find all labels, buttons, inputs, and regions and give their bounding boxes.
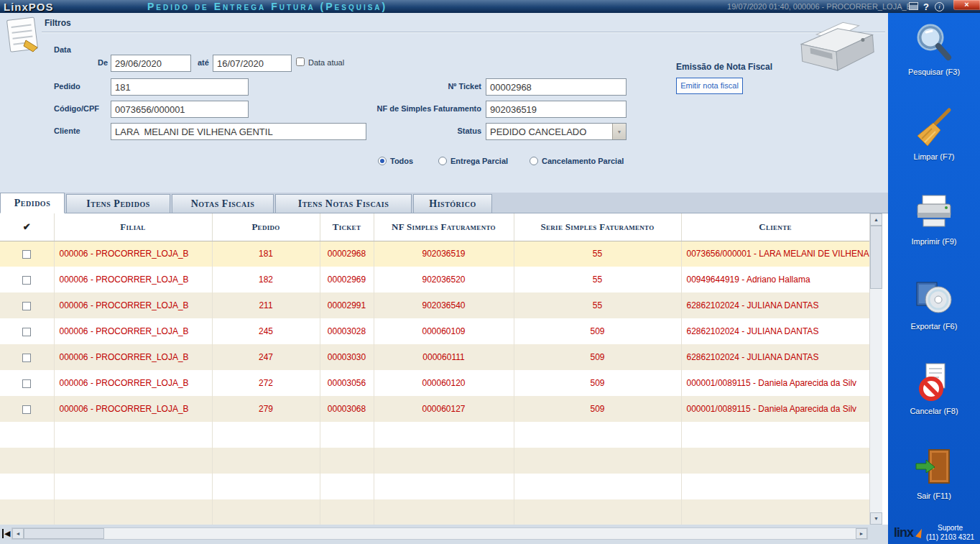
radio-cancelamento-parcial-label: Cancelamento Parcial: [542, 157, 624, 165]
row-checkbox[interactable]: [22, 276, 31, 285]
cell-nf: 000060111: [374, 344, 514, 370]
tab-historico[interactable]: Histórico: [413, 194, 492, 213]
cell-cliente: 62862102024 - JULIANA DANTAS: [681, 344, 869, 370]
column-header-filial[interactable]: Filial: [54, 213, 212, 241]
info-icon-glyph: i: [938, 3, 940, 10]
scroll-up-icon[interactable]: ▲: [870, 213, 882, 226]
row-checkbox[interactable]: [22, 405, 31, 414]
cell-filial: [54, 499, 212, 525]
row-checkbox[interactable]: [22, 354, 31, 362]
tab-strip: Pedidos Itens Pedidos Notas Fiscais Iten…: [0, 193, 888, 213]
tab-itens-pedidos[interactable]: Itens Pedidos: [66, 194, 170, 213]
linxpos-logo: LinxPOS: [0, 1, 108, 13]
radio-cancelamento-parcial[interactable]: [530, 157, 538, 165]
limpar-label: Limpar (F7): [914, 152, 955, 161]
sair-label: Sair (F11): [917, 492, 951, 500]
column-header-serie[interactable]: Serie Simples Faturamento: [514, 213, 681, 241]
codigo-cpf-input[interactable]: [111, 101, 249, 118]
cliente-input[interactable]: [111, 123, 366, 140]
scroll-down-icon[interactable]: ▼: [870, 512, 882, 525]
cancelar-button[interactable]: Cancelar (F8): [888, 352, 980, 437]
cell-serie: [514, 448, 681, 474]
date-to-input[interactable]: [213, 55, 292, 72]
vertical-scrollbar[interactable]: ▲ ▼: [869, 213, 882, 525]
cell-filial: [54, 422, 212, 448]
cell-filial: 000006 - PROCORRER_LOJA_B: [54, 370, 212, 396]
cell-nf: 902036519: [374, 241, 514, 267]
filters-divider: [42, 32, 885, 33]
cancelar-label: Cancelar (F8): [910, 407, 958, 415]
table-row[interactable]: 000006 - PROCORRER_LOJA_B272000030560000…: [0, 370, 869, 396]
empty-row: [0, 499, 869, 525]
row-checkbox[interactable]: [22, 328, 31, 336]
ticket-input[interactable]: [486, 78, 627, 96]
first-record-icon[interactable]: ◀: [2, 529, 10, 538]
limpar-button[interactable]: Limpar (F7): [888, 98, 980, 183]
radio-todos[interactable]: [378, 157, 387, 165]
row-checkbox[interactable]: [22, 302, 31, 310]
tab-itens-notas-fiscais[interactable]: Itens Notas Fiscais: [275, 194, 412, 213]
filters-panel: Filtros Data De até Data atual Pedido Có…: [0, 13, 888, 193]
window-restore-icon[interactable]: [909, 2, 918, 10]
horizontal-scrollbar-thumb[interactable]: [24, 528, 104, 539]
scroll-right-icon[interactable]: ►: [856, 528, 867, 539]
column-header-cliente[interactable]: Cliente: [681, 213, 869, 241]
cell-serie: [514, 422, 681, 448]
ticket-label: Nº Ticket: [388, 82, 481, 91]
results-grid: ✔ Filial Pedido Ticket NF Simples Fatura…: [0, 213, 888, 525]
table-row[interactable]: 000006 - PROCORRER_LOJA_B279000030680000…: [0, 396, 869, 422]
table-row[interactable]: 000006 - PROCORRER_LOJA_B247000030300000…: [0, 344, 869, 370]
status-value: PEDIDO CANCELADO: [486, 124, 612, 139]
cell-serie: 509: [514, 344, 681, 370]
info-icon[interactable]: i: [935, 2, 944, 11]
exportar-button[interactable]: Exportar (F6): [888, 267, 980, 352]
tab-pedidos[interactable]: Pedidos: [0, 193, 65, 213]
note-icon: [4, 14, 42, 55]
status-dropdown[interactable]: PEDIDO CANCELADO ▼: [486, 123, 627, 140]
cell-filial: 000006 - PROCORRER_LOJA_B: [54, 267, 212, 292]
cell-nf: 902036520: [374, 267, 514, 292]
cell-filial: [54, 474, 212, 499]
imprimir-button[interactable]: Imprimir (F9): [888, 183, 980, 267]
cell-filial: 000006 - PROCORRER_LOJA_B: [54, 396, 212, 422]
column-header-pedido[interactable]: Pedido: [212, 213, 320, 241]
cell-cliente: [681, 474, 869, 499]
help-icon[interactable]: ?: [923, 1, 929, 12]
horizontal-scrollbar-track[interactable]: [104, 528, 856, 539]
cell-filial: [54, 448, 212, 474]
cell-filial: 000006 - PROCORRER_LOJA_B: [54, 318, 212, 344]
pedido-label: Pedido: [54, 82, 80, 91]
vertical-scrollbar-thumb[interactable]: [870, 226, 882, 289]
column-header-check[interactable]: ✔: [0, 213, 54, 241]
scroll-left-icon[interactable]: ◄: [12, 528, 24, 539]
nf-simples-input[interactable]: [486, 101, 627, 118]
radio-entrega-parcial[interactable]: [438, 157, 447, 165]
cell-nf: [374, 474, 514, 499]
tab-notas-fiscais[interactable]: Notas Fiscais: [172, 194, 274, 213]
cell-pedido: 211: [212, 292, 320, 318]
export-cd-icon: [913, 277, 955, 318]
cell-cliente: 000001/0089115 - Daniela Aparecida da Si…: [681, 396, 869, 422]
pesquisar-button[interactable]: Pesquisar (F3): [888, 13, 980, 98]
sair-button[interactable]: Sair (F11): [888, 437, 980, 522]
column-header-ticket[interactable]: Ticket: [320, 213, 374, 241]
pedido-input[interactable]: [111, 78, 249, 96]
emitir-nota-fiscal-button[interactable]: Emitir nota fiscal: [676, 78, 743, 94]
cell-pedido: 181: [212, 241, 320, 267]
horizontal-scrollbar[interactable]: ◄ ►: [11, 527, 868, 540]
chevron-down-icon[interactable]: ▼: [612, 124, 626, 139]
titlebar: LinxPOS Pedido de Entrega Futura (Pesqui…: [0, 0, 980, 13]
date-from-input[interactable]: [111, 55, 191, 72]
codigo-cpf-label: Código/CPF: [54, 104, 99, 113]
column-header-nf[interactable]: NF Simples Faturamento: [374, 213, 514, 241]
table-row[interactable]: 000006 - PROCORRER_LOJA_B181000029689020…: [0, 241, 869, 267]
row-checkbox[interactable]: [22, 379, 31, 388]
table-row[interactable]: 000006 - PROCORRER_LOJA_B182000029699020…: [0, 267, 869, 292]
row-checkbox[interactable]: [22, 250, 31, 259]
close-button[interactable]: ×: [953, 0, 980, 10]
printer-icon: [913, 192, 955, 234]
table-row[interactable]: 000006 - PROCORRER_LOJA_B211000029919020…: [0, 292, 869, 318]
table-row[interactable]: 000006 - PROCORRER_LOJA_B245000030280000…: [0, 318, 869, 344]
cell-cliente: 62862102024 - JULIANA DANTAS: [681, 292, 869, 318]
data-atual-checkbox[interactable]: [296, 57, 305, 66]
